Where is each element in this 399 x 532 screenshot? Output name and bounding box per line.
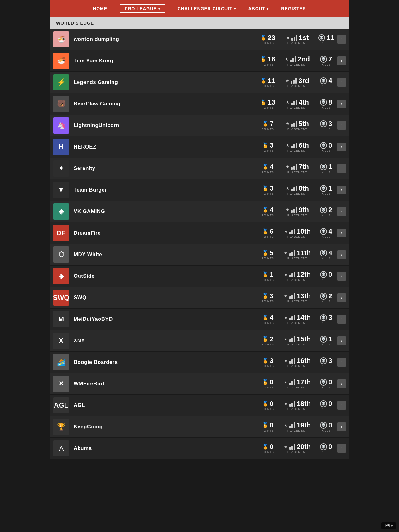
placement-value: 15th (297, 336, 311, 343)
expand-button[interactable]: › (337, 422, 346, 431)
stats-container: 🏅 3 POINTS ★ 16th PLACEMENT 💀 3 KILLS (258, 357, 335, 368)
placement-block: ★ 20th PLACEMENT (283, 443, 311, 454)
kills-value: 1 (328, 185, 332, 192)
points-label: POINTS (262, 451, 274, 454)
placement-value: 20th (297, 443, 311, 450)
chevron-down-icon: ▾ (234, 7, 236, 11)
skull-icon: 💀 (320, 99, 327, 106)
nav-item-home[interactable]: HOME (93, 6, 107, 11)
kills-block: 💀 7 KILLS (318, 56, 335, 66)
team-logo: ✕ (53, 376, 69, 392)
expand-button[interactable]: › (337, 143, 346, 151)
expand-button[interactable]: › (337, 293, 346, 302)
points-value: 0 (270, 422, 273, 429)
table-row: 🐻BearClaw Gaming 🏅 13 POINTS ★ 4th PLACE… (50, 93, 349, 115)
placement-label: PLACEMENT (287, 85, 307, 88)
placement-block: ★ 5th PLACEMENT (283, 120, 311, 131)
points-icon: 🏅 (262, 336, 268, 342)
placement-icon: ★ (286, 164, 290, 169)
table-row: DFDreamFire 🏅 6 POINTS ★ 10th PLACEMENT … (50, 222, 349, 244)
section-title: WORLD'S EDGE (56, 21, 94, 26)
placement-block: ★ 2nd PLACEMENT (283, 56, 311, 66)
team-name: BearClaw Gaming (74, 101, 258, 107)
expand-button[interactable]: › (337, 401, 346, 410)
kills-label: KILLS (322, 63, 331, 66)
expand-button[interactable]: › (337, 100, 346, 108)
expand-button[interactable]: › (337, 336, 346, 345)
kills-value: 3 (328, 120, 332, 127)
skull-icon: 💀 (320, 164, 327, 170)
expand-button[interactable]: › (337, 250, 346, 259)
placement-bars-icon (291, 143, 297, 148)
team-logo: ◈ (53, 268, 69, 284)
placement-icon: ★ (286, 207, 290, 212)
placement-bars-icon (289, 250, 295, 256)
table-row: ◈OutSide 🏅 1 POINTS ★ 12th PLACEMENT 💀 0 (50, 266, 349, 287)
kills-label: KILLS (322, 451, 331, 454)
points-value: 4 (270, 207, 273, 213)
placement-label: PLACEMENT (287, 235, 307, 238)
placement-value: 7th (299, 164, 309, 170)
skull-icon: 💀 (320, 314, 327, 321)
stats-container: 🏅 3 POINTS ★ 13th PLACEMENT 💀 2 KILLS (258, 293, 335, 303)
kills-block: 💀 3 KILLS (318, 314, 335, 325)
points-value: 0 (270, 443, 273, 450)
expand-button[interactable]: › (337, 35, 346, 44)
kills-label: KILLS (322, 192, 331, 195)
placement-value: 8th (299, 185, 309, 192)
expand-button[interactable]: › (337, 379, 346, 388)
points-icon: 🏅 (262, 422, 268, 428)
kills-label: KILLS (322, 386, 331, 389)
nav-item-register[interactable]: REGISTER (281, 6, 306, 11)
expand-button[interactable]: › (337, 207, 346, 216)
team-list: 🍜wonton dumpling 🏅 23 POINTS ★ 1st PLACE… (50, 29, 349, 459)
points-label: POINTS (262, 192, 274, 195)
placement-icon: ★ (284, 315, 288, 320)
points-icon: 🏅 (260, 56, 267, 62)
table-row: AGLAGL 🏅 0 POINTS ★ 18th PLACEMENT 💀 0 (50, 395, 349, 416)
skull-icon: 💀 (320, 250, 327, 256)
placement-bars-icon (289, 358, 295, 364)
placement-label: PLACEMENT (287, 451, 307, 454)
kills-block: 💀 0 KILLS (318, 271, 335, 281)
table-row: SWQSWQ 🏅 3 POINTS ★ 13th PLACEMENT 💀 2 (50, 287, 349, 309)
placement-bars-icon (290, 56, 296, 62)
skull-icon: 💀 (320, 443, 327, 450)
kills-block: 💀 3 KILLS (318, 357, 335, 368)
expand-button[interactable]: › (337, 272, 346, 281)
placement-block: ★ 16th PLACEMENT (283, 357, 311, 368)
expand-button[interactable]: › (337, 444, 346, 453)
kills-label: KILLS (322, 343, 331, 346)
chevron-down-icon: ▾ (158, 7, 160, 11)
placement-value: 1st (299, 34, 309, 41)
expand-button[interactable]: › (337, 56, 346, 65)
team-logo: ⚡ (53, 74, 69, 90)
expand-button[interactable]: › (337, 164, 346, 173)
placement-block: ★ 18th PLACEMENT (283, 400, 311, 411)
expand-button[interactable]: › (337, 186, 346, 194)
placement-label: PLACEMENT (287, 41, 307, 45)
points-label: POINTS (262, 128, 274, 131)
nav-item-challenger-circuit[interactable]: CHALLENGER CIRCUIT▾ (178, 6, 236, 11)
nav-item-about[interactable]: ABOUT▾ (248, 6, 269, 11)
placement-label: PLACEMENT (287, 429, 307, 432)
placement-label: PLACEMENT (287, 408, 307, 411)
kills-value: 7 (328, 56, 332, 63)
team-name: wonton dumpling (74, 36, 258, 42)
expand-button[interactable]: › (337, 121, 346, 130)
kills-value: 2 (328, 293, 332, 300)
table-row: ✕WMFireBird 🏅 0 POINTS ★ 17th PLACEMENT … (50, 373, 349, 395)
kills-value: 0 (328, 379, 332, 386)
nav-item-pro-league[interactable]: PRO LEAGUE▾ (120, 4, 165, 13)
stats-container: 🏅 0 POINTS ★ 20th PLACEMENT 💀 0 KILLS (258, 443, 335, 454)
placement-icon: ★ (284, 444, 288, 449)
kills-block: 💀 2 KILLS (318, 207, 335, 217)
expand-button[interactable]: › (337, 78, 346, 87)
stats-container: 🏅 3 POINTS ★ 8th PLACEMENT 💀 1 KILLS (258, 185, 335, 195)
points-value: 2 (270, 336, 273, 343)
expand-button[interactable]: › (337, 229, 346, 237)
expand-button[interactable]: › (337, 315, 346, 324)
points-block: 🏅 0 POINTS (258, 443, 277, 454)
team-name: LightningUnicorn (74, 122, 258, 129)
expand-button[interactable]: › (337, 358, 346, 367)
